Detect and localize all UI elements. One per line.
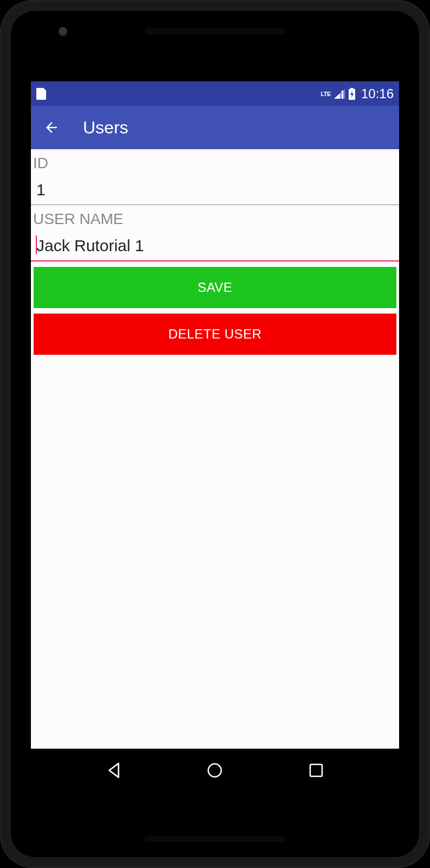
battery-charging-icon <box>348 88 356 100</box>
nav-back-button[interactable] <box>104 761 124 780</box>
svg-point-4 <box>208 764 221 777</box>
status-time: 10:16 <box>361 86 394 101</box>
page-title: Users <box>83 118 129 138</box>
status-bar: LTE <box>31 81 399 106</box>
arrow-left-icon <box>43 119 60 136</box>
username-label: USER NAME <box>31 205 399 230</box>
square-recent-icon <box>309 763 323 777</box>
id-input[interactable] <box>31 174 399 205</box>
network-type-label: LTE <box>320 91 330 97</box>
svg-point-1 <box>341 91 343 93</box>
form-content: ID USER NAME SAVE DELETE USER <box>31 149 399 749</box>
nav-recent-button[interactable] <box>306 761 326 780</box>
app-bar: Users <box>31 106 399 149</box>
username-input[interactable] <box>31 230 399 261</box>
svg-rect-3 <box>350 88 354 90</box>
signal-icon <box>334 89 345 99</box>
sd-card-icon <box>36 88 46 100</box>
circle-home-icon <box>206 762 223 779</box>
svg-rect-5 <box>310 764 322 776</box>
phone-frame: LTE <box>0 0 430 868</box>
save-button[interactable]: SAVE <box>34 267 396 308</box>
screen: LTE <box>31 81 399 792</box>
svg-rect-0 <box>342 93 343 99</box>
triangle-back-icon <box>107 762 121 778</box>
navigation-bar <box>31 749 399 792</box>
delete-user-button[interactable]: DELETE USER <box>34 314 396 355</box>
back-button[interactable] <box>42 118 61 137</box>
id-label: ID <box>31 149 399 174</box>
nav-home-button[interactable] <box>205 761 224 780</box>
